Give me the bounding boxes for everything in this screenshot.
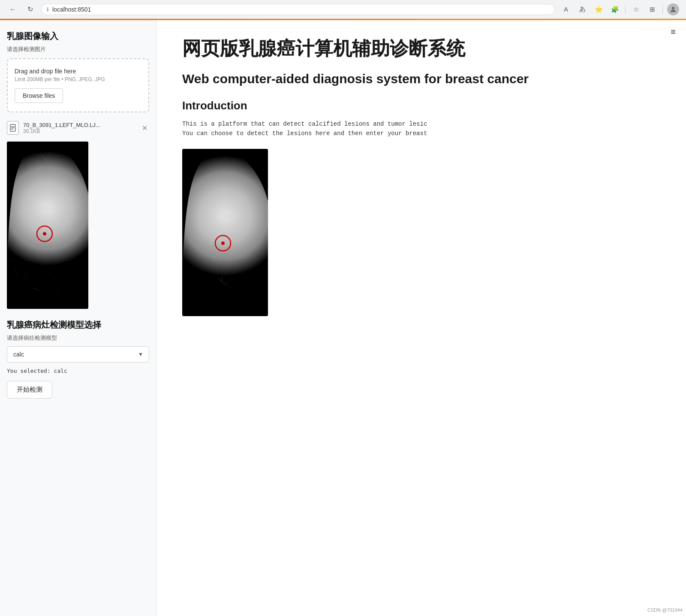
favorites-icon[interactable]: ☆	[630, 3, 642, 15]
browser-chrome: ← ↻ ℹ localhost:8501 A あ ⭐ 🧩 ☆ ⊞	[0, 0, 686, 19]
intro-text: This is a platform that can detect calci…	[182, 119, 660, 139]
puzzle-icon[interactable]: 🧩	[609, 3, 621, 15]
url-text: localhost:8501	[52, 6, 91, 13]
image-input-label: 请选择检测图片	[7, 45, 149, 53]
profile-button[interactable]	[667, 3, 679, 15]
model-select-wrapper[interactable]: calc mass ▼	[7, 346, 149, 362]
file-name: 70_B_3091_1.LEFT_MLO.LJ...	[23, 122, 136, 128]
drag-drop-text: Drag and drop file here	[15, 68, 141, 75]
upload-limit-hint: Limit 200MB per file • PNG, JPEG, JPG	[15, 76, 141, 82]
main-content: ≡ 网页版乳腺癌计算机辅助诊断系统 Web computer-aided dia…	[156, 20, 686, 616]
model-label: 请选择病灶检测模型	[7, 334, 149, 342]
selected-model-display: You selected: calc	[7, 368, 149, 374]
browser-actions: A あ ⭐ 🧩 ☆ ⊞	[560, 3, 679, 15]
image-input-title: 乳腺图像输入	[7, 30, 149, 42]
back-button[interactable]: ←	[7, 3, 19, 15]
start-detection-button[interactable]: 开始检测	[7, 381, 52, 399]
file-icon	[7, 121, 19, 135]
demo-mammogram-container	[182, 149, 268, 316]
uploaded-file-item: 70_B_3091_1.LEFT_MLO.LJ... 30.1KB ✕	[7, 118, 149, 138]
file-info: 70_B_3091_1.LEFT_MLO.LJ... 30.1KB	[23, 122, 136, 134]
extensions-icon[interactable]: ⭐	[593, 3, 605, 15]
translate-icon[interactable]: A	[560, 3, 572, 15]
file-size: 30.1KB	[23, 128, 136, 134]
svg-point-0	[672, 7, 674, 9]
model-select[interactable]: calc mass	[7, 346, 149, 362]
main-title-zh: 网页版乳腺癌计算机辅助诊断系统	[182, 37, 660, 60]
intro-line2: You can choose to detect the lesions her…	[182, 129, 660, 138]
mammogram-preview	[7, 142, 88, 309]
demo-mammogram-canvas	[182, 149, 268, 316]
reload-button[interactable]: ↻	[24, 3, 36, 15]
reading-mode-icon[interactable]: あ	[576, 3, 588, 15]
sidebar: 乳腺图像输入 请选择检测图片 Drag and drop file here L…	[0, 20, 156, 616]
browse-files-button[interactable]: Browse files	[15, 88, 63, 103]
upload-zone[interactable]: Drag and drop file here Limit 200MB per …	[7, 58, 149, 112]
hamburger-menu-icon[interactable]: ≡	[671, 27, 676, 37]
intro-line1: This is a platform that can detect calci…	[182, 119, 660, 129]
main-title-en: Web computer-aided diagnosis system for …	[182, 70, 660, 87]
model-section-title: 乳腺癌病灶检测模型选择	[7, 319, 149, 331]
divider	[625, 5, 626, 14]
divider2	[662, 5, 663, 14]
info-icon: ℹ	[47, 6, 49, 12]
app-layout: 乳腺图像输入 请选择检测图片 Drag and drop file here L…	[0, 20, 686, 616]
remove-file-button[interactable]: ✕	[140, 123, 149, 133]
collections-icon[interactable]: ⊞	[646, 3, 658, 15]
mammogram-canvas	[7, 142, 88, 309]
intro-heading: Introduction	[182, 99, 660, 112]
watermark: CSDN @701044	[647, 607, 683, 613]
address-bar[interactable]: ℹ localhost:8501	[41, 4, 555, 15]
